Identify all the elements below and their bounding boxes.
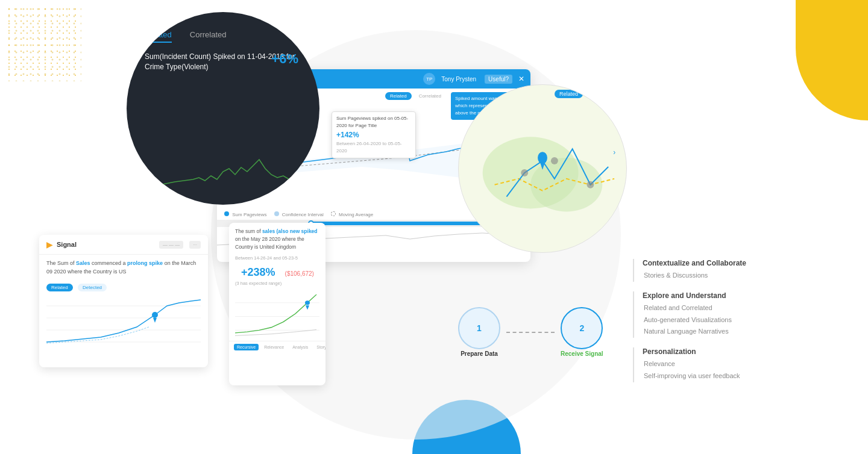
sales-values: +238% ($106,672) bbox=[229, 263, 326, 280]
step1-number: 1 bbox=[477, 323, 482, 333]
sidebar-info: Contextualize and Collaborate Stories & … bbox=[633, 259, 790, 392]
sidebar-section-explore: Explore and Understand Related and Corre… bbox=[633, 291, 790, 338]
signal-header: ▶ Signal — — — ··· bbox=[39, 235, 208, 255]
related-badge[interactable]: Related bbox=[46, 284, 73, 291]
section1-item1: Stories & Discussions bbox=[643, 270, 790, 282]
dark-circle-tabs: Related Correlated bbox=[145, 30, 301, 43]
svg-marker-17 bbox=[153, 318, 157, 323]
section2-item3: Natural Language Narratives bbox=[643, 326, 790, 338]
svg-rect-1 bbox=[3, 3, 81, 81]
svg-point-7 bbox=[551, 157, 558, 164]
sidebar-section-personalization: Personalization Relevance Self-improving… bbox=[633, 347, 790, 382]
user-avatar: TP bbox=[423, 73, 435, 85]
tab-recursive[interactable]: Recursive bbox=[234, 344, 259, 350]
sales-note: (3 has expected range) bbox=[229, 280, 326, 287]
inner-date: Between 26-04-2020 to 05-05-2020 bbox=[336, 140, 411, 155]
sidebar-section-contextualize: Contextualize and Collaborate Stories & … bbox=[633, 259, 790, 282]
svg-point-9 bbox=[538, 152, 547, 164]
detected-badge[interactable]: Detected bbox=[78, 284, 107, 291]
step2-container: 2 Receive Signal bbox=[561, 307, 603, 357]
section3-item2: Self-improving via user feedback bbox=[643, 370, 790, 382]
tab-relevance[interactable]: Relevance bbox=[261, 344, 287, 350]
signal-body: The Sum of Sales commenced a prolong spi… bbox=[39, 255, 208, 281]
step-dash bbox=[500, 332, 561, 333]
sales-header: The sum of sales (also new spiked on the… bbox=[229, 223, 326, 253]
sales-date: Between 14-26-24 and 05-23-5 bbox=[229, 253, 326, 263]
tab-related[interactable]: Related bbox=[145, 30, 172, 43]
signal-badges: Related Detected bbox=[39, 281, 208, 294]
step2-label: Receive Signal bbox=[561, 350, 603, 357]
section2-item2: Auto-generated Visualizations bbox=[643, 314, 790, 326]
tab-story[interactable]: Story bbox=[313, 344, 326, 350]
sales-amount: ($106,672) bbox=[285, 270, 314, 277]
svg-text:›: › bbox=[613, 148, 615, 157]
map-svg: › bbox=[459, 101, 626, 233]
sales-chart bbox=[229, 287, 326, 341]
close-button[interactable]: ✕ bbox=[518, 75, 524, 83]
section3-item1: Relevance bbox=[643, 358, 790, 370]
step1-container: 1 Prepare Data bbox=[458, 307, 500, 357]
map-tab-correlated[interactable]: Correlated bbox=[589, 90, 614, 98]
signal-chart bbox=[39, 294, 208, 354]
step1-circle: 1 bbox=[458, 307, 500, 349]
signal-more[interactable]: ··· bbox=[189, 241, 201, 249]
svg-point-21 bbox=[305, 300, 310, 305]
dark-sparkline bbox=[145, 151, 301, 193]
workflow-steps: 1 Prepare Data 2 Receive Signal bbox=[458, 307, 603, 357]
step1-label: Prepare Data bbox=[461, 350, 498, 357]
sales-percent: +238% bbox=[235, 264, 281, 279]
signal-title: Signal bbox=[57, 241, 77, 248]
sales-spike-label: sales (also new spiked bbox=[262, 228, 318, 234]
useful-badge[interactable]: Useful? bbox=[485, 75, 512, 84]
svg-marker-22 bbox=[306, 305, 309, 309]
tab-correlated[interactable]: Correlated bbox=[190, 30, 227, 43]
step2-circle: 2 bbox=[561, 307, 603, 349]
section2-title: Explore and Understand bbox=[643, 291, 790, 300]
spike-tooltip-white: Sum Pageviews spiked on 05-05-2020 for P… bbox=[332, 111, 416, 158]
section3-title: Personalization bbox=[643, 347, 790, 356]
signal-controls: — — — bbox=[159, 241, 183, 249]
inner-line1: Sum Pageviews spiked on 05-05-2020 for P… bbox=[336, 115, 411, 129]
legend-sum: Sum Pageviews bbox=[232, 212, 266, 217]
dots-pattern bbox=[0, 0, 84, 84]
sales-tabs: Recursive Relevance Analysis Story bbox=[229, 341, 326, 353]
inner-value: +142% bbox=[336, 129, 411, 140]
panel-tab-correlated[interactable]: Correlated bbox=[414, 92, 446, 100]
panel-tab-related[interactable]: Related bbox=[385, 92, 412, 100]
user-name: Tony Prysten bbox=[441, 76, 476, 82]
legend-moving: Moving Average bbox=[339, 212, 373, 217]
legend-confidence: Confidence Interval bbox=[282, 212, 324, 217]
section2-item1: Related and Correlated bbox=[643, 302, 790, 314]
step2-number: 2 bbox=[579, 323, 584, 333]
dark-circle-panel: Related Correlated Sum(Incident Count) S… bbox=[127, 12, 319, 205]
signal-panel: ▶ Signal — — — ··· The Sum of Sales comm… bbox=[39, 235, 208, 367]
tab-analysis[interactable]: Analysis bbox=[289, 344, 311, 350]
yellow-arc-decoration bbox=[796, 0, 868, 120]
sales-panel: The sum of sales (also new spiked on the… bbox=[229, 223, 326, 385]
panel-tabs: Related Correlated bbox=[385, 92, 446, 100]
signal-icon: ▶ bbox=[46, 240, 53, 249]
svg-point-16 bbox=[152, 312, 158, 318]
section1-title: Contextualize and Collaborate bbox=[643, 259, 790, 267]
svg-point-6 bbox=[521, 169, 528, 176]
dark-circle-value: +6% bbox=[271, 51, 298, 67]
map-tab-related[interactable]: Related bbox=[555, 90, 583, 98]
svg-point-8 bbox=[587, 181, 594, 188]
map-circle-panel: Related Correlated › bbox=[458, 84, 627, 253]
